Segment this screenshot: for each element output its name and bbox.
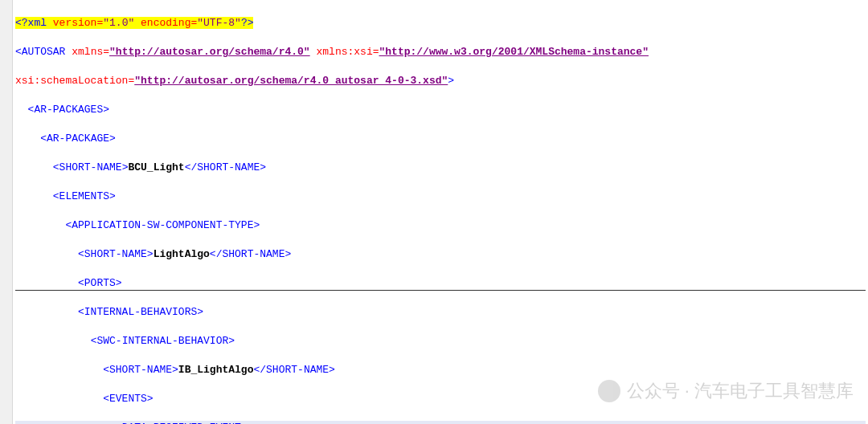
watermark-text: 公众号 · 汽车电子工具智慧库 <box>627 379 854 403</box>
line-11: <INTERNAL-BEHAVIORS> <box>15 305 866 320</box>
line-7: <ELEMENTS> <box>15 190 866 204</box>
line-5: <AR-PACKAGE> <box>15 132 866 146</box>
wechat-icon <box>598 380 620 402</box>
line-15-highlight: <DATA-RECEIVED-EVENT> <box>15 421 866 424</box>
line-4: <AR-PACKAGES> <box>15 103 866 117</box>
xml-code-area: <?xml version="1.0" encoding="UTF-8"?> <… <box>13 0 868 424</box>
watermark: 公众号 · 汽车电子工具智慧库 <box>598 379 854 403</box>
line-9: <SHORT-NAME>LightAlgo</SHORT-NAME> <box>15 247 866 262</box>
line-6: <SHORT-NAME>BCU_Light</SHORT-NAME> <box>15 161 866 175</box>
line-2: <AUTOSAR xmlns="http://autosar.org/schem… <box>15 45 866 59</box>
line-3: xsi:schemaLocation="http://autosar.org/s… <box>15 74 866 88</box>
line-1: <?xml version="1.0" encoding="UTF-8"?> <box>15 16 866 31</box>
line-12: <SWC-INTERNAL-BEHAVIOR> <box>15 334 866 349</box>
line-8: <APPLICATION-SW-COMPONENT-TYPE> <box>15 218 866 233</box>
line-10: <PORTS> <box>15 276 866 291</box>
line-13: <SHORT-NAME>IB_LightAlgo</SHORT-NAME> <box>15 363 866 377</box>
editor-gutter <box>0 0 13 424</box>
